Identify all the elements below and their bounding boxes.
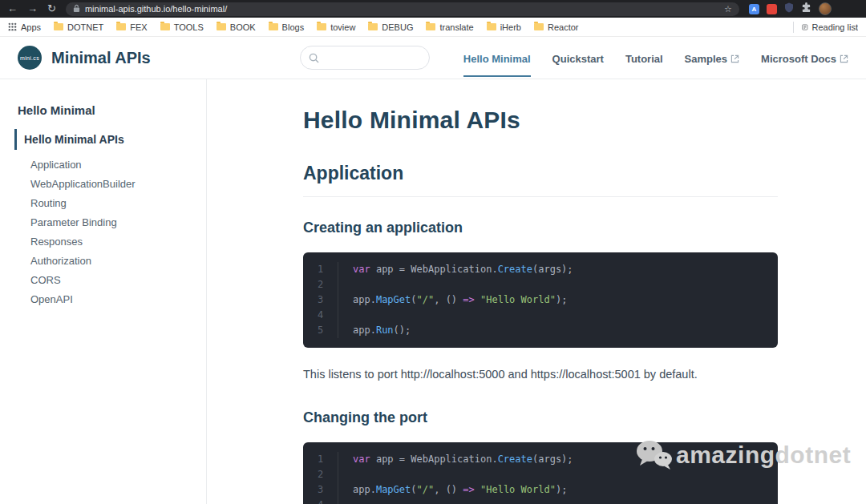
external-link-icon <box>730 54 739 63</box>
nav-label: Tutorial <box>625 53 663 65</box>
code-lines: var app = WebApplication.Create(args); a… <box>338 262 573 338</box>
browser-toolbar: ← → ↻ minimal-apis.github.io/hello-minim… <box>0 0 866 18</box>
bookmark-apps[interactable]: Apps <box>8 22 41 32</box>
folder-icon <box>487 23 496 30</box>
red-extension-icon[interactable] <box>767 4 777 14</box>
bookmark-folder-blogs[interactable]: Blogs <box>269 22 305 32</box>
nav-label: Quickstart <box>552 53 604 65</box>
bookmark-label: TOOLS <box>174 22 204 32</box>
nav-quickstart[interactable]: Quickstart <box>552 39 604 77</box>
shield-extension-icon[interactable] <box>784 2 794 16</box>
folder-icon <box>534 23 544 30</box>
nav-microsoft-docs[interactable]: Microsoft Docs <box>761 39 848 77</box>
sidebar-item-authorization[interactable]: Authorization <box>0 251 206 270</box>
section-heading: Application <box>303 163 778 197</box>
top-navigation: Hello Minimal Quickstart Tutorial Sample… <box>463 39 848 77</box>
search-icon <box>309 53 319 63</box>
bookmark-label: Reactor <box>548 22 579 32</box>
bookmark-folder-fex[interactable]: FEX <box>116 22 147 32</box>
bookmark-label: translate <box>439 22 473 32</box>
bookmarks-bar: Apps DOTNET FEX TOOLS BOOK Blogs toview … <box>0 18 866 37</box>
external-link-icon <box>840 54 848 63</box>
sidebar-item-parameter-binding[interactable]: Parameter Binding <box>0 212 206 232</box>
nav-label: Hello Minimal <box>463 53 531 65</box>
apps-grid-icon <box>8 22 17 31</box>
sidebar-item-routing[interactable]: Routing <box>0 193 206 212</box>
main-content: Hello Minimal APIs Application Creating … <box>207 79 866 504</box>
site-header: mini.cs Minimal APIs Hello Minimal Quick… <box>0 37 866 79</box>
sidebar: Hello Minimal Hello Minimal APIs Applica… <box>0 79 207 504</box>
site-title[interactable]: Minimal APIs <box>51 49 151 67</box>
address-bar[interactable]: minimal-apis.github.io/hello-minimal/ ☆ <box>66 2 739 16</box>
sidebar-item-hello-minimal-apis[interactable]: Hello Minimal APIs <box>14 129 206 150</box>
bookmark-folder-tools[interactable]: TOOLS <box>160 22 204 32</box>
bookmark-label: DEBUG <box>382 22 413 32</box>
divider <box>793 22 794 33</box>
reading-list-label: Reading list <box>812 22 858 32</box>
code-block: 12345 var app = WebApplication.Create(ar… <box>303 252 778 348</box>
nav-tutorial[interactable]: Tutorial <box>625 39 663 77</box>
code-gutter: 12345 <box>303 262 338 338</box>
bookmark-folder-reactor[interactable]: Reactor <box>534 22 579 32</box>
folder-icon <box>216 23 226 30</box>
nav-hello-minimal[interactable]: Hello Minimal <box>463 39 531 77</box>
bookmark-star-icon[interactable]: ☆ <box>724 4 732 14</box>
bookmark-folder-dotnet[interactable]: DOTNET <box>54 22 103 32</box>
bookmark-folder-translate[interactable]: translate <box>426 22 473 32</box>
extension-icons: A <box>749 2 832 16</box>
sidebar-section-title[interactable]: Hello Minimal <box>0 103 206 129</box>
sidebar-item-responses[interactable]: Responses <box>0 232 206 251</box>
folder-icon <box>269 23 278 30</box>
bookmark-label: toview <box>330 22 355 32</box>
folder-icon <box>368 23 378 30</box>
code-lines: var app = WebApplication.Create(args); a… <box>338 452 573 504</box>
sidebar-item-application[interactable]: Application <box>0 155 206 174</box>
paragraph: This listens to port http://localhost:50… <box>303 368 778 381</box>
translate-extension-icon[interactable]: A <box>749 4 759 14</box>
sidebar-item-webapplicationbuilder[interactable]: WebApplicationBuilder <box>0 174 206 193</box>
sidebar-item-cors[interactable]: CORS <box>0 270 206 289</box>
code-block: 12345 var app = WebApplication.Create(ar… <box>303 442 778 504</box>
bookmark-label: DOTNET <box>67 22 103 32</box>
code-gutter: 12345 <box>303 452 338 504</box>
subsection-heading-creating: Creating an application <box>303 220 778 236</box>
puzzle-extensions-icon[interactable] <box>801 2 811 16</box>
site-logo[interactable]: mini.cs <box>18 46 42 70</box>
bookmark-label: Blogs <box>282 22 305 32</box>
back-button[interactable]: ← <box>7 0 18 18</box>
folder-icon <box>426 23 435 30</box>
page-title: Hello Minimal APIs <box>303 107 778 134</box>
search-box <box>300 46 430 70</box>
bookmark-folder-debug[interactable]: DEBUG <box>368 22 413 32</box>
subsection-heading-port: Changing the port <box>303 409 778 426</box>
folder-icon <box>317 23 326 30</box>
bookmark-folder-toview[interactable]: toview <box>317 22 355 32</box>
profile-avatar[interactable] <box>819 2 832 15</box>
folder-icon <box>116 23 126 30</box>
search-input[interactable] <box>300 46 430 70</box>
bookmark-folder-book[interactable]: BOOK <box>216 22 256 32</box>
reading-list-button[interactable]: Reading list <box>802 22 858 32</box>
forward-button[interactable]: → <box>27 0 38 18</box>
bookmark-label: FEX <box>130 22 147 32</box>
folder-icon <box>54 23 63 30</box>
sidebar-item-openapi[interactable]: OpenAPI <box>0 289 206 308</box>
nav-samples[interactable]: Samples <box>685 39 739 77</box>
lock-icon <box>73 2 80 16</box>
bookmark-label: BOOK <box>230 22 256 32</box>
folder-icon <box>160 23 170 30</box>
nav-label: Microsoft Docs <box>761 53 836 65</box>
url-text: minimal-apis.github.io/hello-minimal/ <box>85 4 227 14</box>
bookmark-folder-iherb[interactable]: iHerb <box>487 22 521 32</box>
bookmark-label: Apps <box>21 22 41 32</box>
reload-button[interactable]: ↻ <box>47 0 56 18</box>
nav-label: Samples <box>685 53 727 65</box>
bookmark-label: iHerb <box>500 22 521 32</box>
reading-list-icon <box>802 22 808 32</box>
